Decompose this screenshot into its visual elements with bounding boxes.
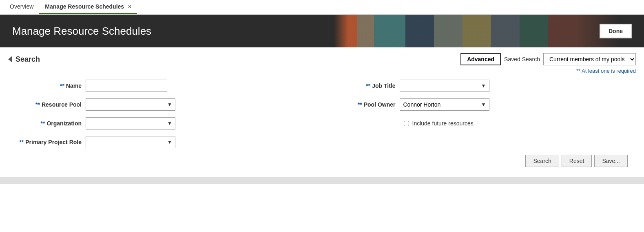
job-title-label-text: Job Title [372, 83, 395, 89]
tab-overview[interactable]: Overview [4, 0, 39, 14]
organization-select-wrapper: ▼ [86, 117, 175, 129]
pool-owner-label: ** Pool Owner [330, 101, 396, 108]
pool-owner-select-wrapper: ▼ [400, 98, 489, 111]
pool-owner-input[interactable] [400, 99, 478, 110]
collapse-icon[interactable] [8, 56, 12, 62]
reset-button[interactable]: Reset [562, 155, 592, 167]
resource-pool-required-marker: ** [35, 101, 40, 108]
resource-pool-field-row: ** Resource Pool ▼ [16, 98, 314, 111]
organization-input[interactable] [86, 118, 164, 129]
search-section-title: Search [15, 55, 40, 64]
job-title-select-wrapper: ▼ [400, 80, 489, 92]
name-label: ** Name [16, 83, 82, 89]
resource-pool-input[interactable] [86, 99, 164, 110]
primary-project-role-select-wrapper: ▼ [86, 136, 175, 148]
header-banner: Manage Resource Schedules Done [0, 15, 644, 47]
primary-project-role-dropdown-icon[interactable]: ▼ [164, 139, 175, 145]
resource-pool-dropdown-icon[interactable]: ▼ [164, 102, 175, 107]
include-future-checkbox-row: Include future resources [400, 120, 474, 127]
search-section: Search Advanced Saved Search Current mem… [0, 47, 644, 175]
save-button[interactable]: Save... [594, 155, 628, 167]
search-title-area: Search [8, 55, 40, 64]
primary-project-role-required-marker: ** [19, 139, 24, 145]
resource-pool-label-text: Resource Pool [42, 101, 82, 108]
include-future-label: Include future resources [412, 120, 474, 127]
primary-project-role-input[interactable] [86, 136, 164, 148]
primary-project-role-field-row: ** Primary Project Role ▼ [16, 136, 314, 148]
search-controls: Advanced Saved Search Current members of… [460, 53, 636, 65]
banner-background [334, 15, 620, 47]
organization-label: ** Organization [16, 120, 82, 127]
job-title-input[interactable] [400, 80, 478, 91]
organization-required-marker: ** [41, 120, 45, 127]
include-future-row: Include future resources [330, 117, 628, 129]
include-future-checkbox[interactable] [404, 121, 409, 126]
pool-owner-field-row: ** Pool Owner ▼ [330, 98, 628, 111]
tab-close-icon[interactable]: × [128, 3, 131, 10]
advanced-button[interactable]: Advanced [460, 53, 501, 65]
pool-owner-dropdown-icon[interactable]: ▼ [478, 102, 489, 107]
tab-bar: Overview Manage Resource Schedules × [0, 0, 644, 15]
search-header: Search Advanced Saved Search Current mem… [8, 53, 636, 65]
job-title-field-row: ** Job Title ▼ [330, 80, 628, 92]
organization-dropdown-icon[interactable]: ▼ [164, 120, 175, 126]
pool-owner-label-text: Pool Owner [364, 101, 396, 108]
name-required-marker: ** [60, 83, 64, 89]
name-input[interactable] [86, 80, 167, 92]
primary-project-role-label: ** Primary Project Role [16, 139, 82, 145]
organization-field-row: ** Organization ▼ [16, 117, 314, 129]
form-actions: Search Reset Save... [8, 148, 636, 171]
organization-label-text: Organization [46, 120, 82, 127]
saved-search-select[interactable]: Current members of my pools All Resource… [543, 53, 636, 65]
pool-owner-required-marker: ** [358, 101, 362, 108]
name-label-text: Name [66, 83, 82, 89]
required-note: ** At least one is required [8, 68, 636, 74]
resource-pool-select-wrapper: ▼ [86, 98, 175, 111]
job-title-label: ** Job Title [330, 83, 396, 89]
search-button[interactable]: Search [525, 155, 559, 167]
bottom-strip [0, 177, 644, 184]
primary-project-role-label-text: Primary Project Role [25, 139, 82, 145]
form-grid: ** Name ** Job Title ▼ ** Resource Pool [8, 80, 636, 148]
job-title-dropdown-icon[interactable]: ▼ [478, 83, 489, 89]
saved-search-label: Saved Search [504, 56, 540, 62]
job-title-required-marker: ** [366, 83, 370, 89]
done-button[interactable]: Done [600, 24, 632, 38]
resource-pool-label: ** Resource Pool [16, 101, 82, 108]
tab-manage-resource-schedules[interactable]: Manage Resource Schedules × [39, 0, 137, 14]
name-field-row: ** Name [16, 80, 314, 92]
banner-title: Manage Resource Schedules [12, 25, 151, 38]
grid-spacer [330, 136, 628, 148]
